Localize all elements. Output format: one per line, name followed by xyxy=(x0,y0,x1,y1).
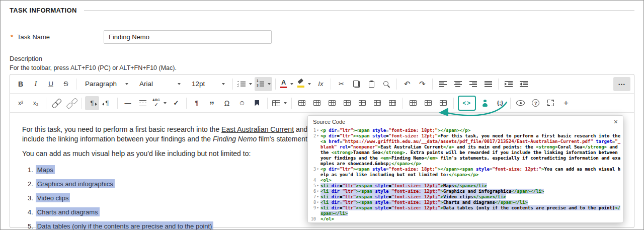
table-icon xyxy=(272,100,280,106)
search-button[interactable] xyxy=(379,77,393,91)
superscript-icon: x² xyxy=(18,100,23,106)
blockquote-button[interactable]: ” xyxy=(205,96,219,110)
align-center-icon xyxy=(454,81,462,87)
chevron-down-icon xyxy=(164,102,167,104)
cut-button[interactable]: ✂ xyxy=(334,77,348,91)
add-content-button[interactable]: + xyxy=(559,96,573,110)
align-left-button[interactable] xyxy=(436,77,450,91)
source-code-line: 1▾<p dir="ltr"><span style="font-size: 1… xyxy=(308,128,621,133)
fold-arrow-icon: ▾ xyxy=(316,167,319,172)
source-code-text: <li dir="ltr"><span style="font-size: 12… xyxy=(319,183,621,189)
emoticon-button[interactable]: ☺ xyxy=(235,96,249,110)
line-number-gutter: 3▾ xyxy=(308,167,319,172)
split-cell-button[interactable] xyxy=(340,96,354,110)
indent-button[interactable] xyxy=(502,77,516,91)
source-code-editor[interactable]: 1▾<p dir="ltr"><span style="font-size: 1… xyxy=(308,126,623,222)
bold-button[interactable]: B xyxy=(14,77,28,91)
checkmark-button[interactable]: ✓ xyxy=(169,96,183,110)
numbered-list-button[interactable] xyxy=(255,77,272,91)
toolbar-separator xyxy=(267,98,268,109)
add-icon: + xyxy=(564,99,569,107)
align-justify-button[interactable] xyxy=(481,77,495,91)
link-icon xyxy=(52,99,60,107)
highlight-color-button[interactable] xyxy=(296,77,312,91)
source-code-text: <ol> xyxy=(319,178,621,183)
task-name-label-text: Task Name xyxy=(17,33,50,41)
list-item-text: Maps xyxy=(36,165,55,174)
source-code-text: <li dir="ltr"><span style="font-size: 12… xyxy=(319,205,621,216)
blockquote-icon: ” xyxy=(209,100,214,107)
task-name-input[interactable] xyxy=(104,30,272,44)
strikethrough-button[interactable]: S xyxy=(59,77,73,91)
insert-row-below-button[interactable] xyxy=(370,96,384,110)
outdent-button[interactable] xyxy=(517,77,531,91)
align-center-button[interactable] xyxy=(451,77,465,91)
page-title: TASK INFORMATION xyxy=(10,7,77,14)
toolbar-separator xyxy=(498,79,499,90)
text-color-button[interactable]: A xyxy=(279,77,295,91)
horizontal-rule-button[interactable]: — xyxy=(121,96,135,110)
copy-icon xyxy=(353,81,360,88)
line-number-gutter: 2▾ xyxy=(308,133,319,139)
cell-properties-button[interactable] xyxy=(310,96,324,110)
align-right-button[interactable] xyxy=(466,77,480,91)
insert-link-button[interactable] xyxy=(49,96,63,110)
rtl-direction-button[interactable]: ¶ xyxy=(100,96,114,110)
ltr-direction-button[interactable]: ¶ xyxy=(85,96,99,110)
bullet-list-button[interactable] xyxy=(236,77,254,91)
strikethrough-icon: S xyxy=(63,81,68,88)
close-icon[interactable]: × xyxy=(614,119,618,124)
subscript-button[interactable]: x₂ xyxy=(29,96,43,110)
insert-column-right-button[interactable] xyxy=(421,96,435,110)
more-toolbar-button[interactable]: … xyxy=(613,77,630,91)
page-break-button[interactable] xyxy=(136,96,150,110)
font-family-select[interactable]: Arial xyxy=(134,77,185,91)
remove-link-button[interactable] xyxy=(64,96,78,110)
undo-icon: ↶ xyxy=(404,80,411,88)
source-code-line: 9▾<li dir="ltr"><span style="font-size: … xyxy=(308,205,621,216)
preview-button[interactable] xyxy=(514,96,528,110)
special-character-button[interactable]: Ω xyxy=(220,96,234,110)
insert-row-above-button[interactable] xyxy=(355,96,369,110)
redo-button[interactable]: ↷ xyxy=(415,77,429,91)
text-segment: include the linking information between … xyxy=(22,135,213,143)
cut-icon: ✂ xyxy=(339,81,344,87)
italic-button[interactable]: I xyxy=(29,77,43,91)
source-code-line: 10</ol> xyxy=(308,216,621,222)
text-segment: and xyxy=(294,125,307,133)
grid-icon xyxy=(359,100,366,106)
toolbar-separator xyxy=(396,79,397,90)
insert-table-button[interactable] xyxy=(271,96,288,110)
toolbar-separator xyxy=(232,79,233,90)
line-number-gutter: 4 xyxy=(308,178,319,183)
bullet-list-icon xyxy=(237,81,246,87)
subscript-icon: x₂ xyxy=(33,100,39,106)
font-size-select[interactable]: 12pt xyxy=(186,77,229,91)
fold-arrow-icon: ▾ xyxy=(316,189,319,194)
help-button[interactable]: ? xyxy=(529,96,543,110)
merge-cells-button[interactable] xyxy=(325,96,339,110)
insert-column-left-button[interactable] xyxy=(406,96,420,110)
annotation-arrow xyxy=(434,99,510,122)
underline-button[interactable]: U xyxy=(44,77,58,91)
chevron-down-icon xyxy=(125,83,128,85)
undo-button[interactable]: ↶ xyxy=(400,77,414,91)
superscript-button[interactable]: x² xyxy=(14,96,28,110)
fold-arrow-icon: ▾ xyxy=(316,200,319,205)
fold-arrow-icon: ▾ xyxy=(316,205,319,211)
text-color-icon: A xyxy=(280,80,287,88)
paste-button[interactable] xyxy=(364,77,378,91)
spellcheck-button[interactable]: ✓ xyxy=(151,96,168,110)
list-item-number: 5. xyxy=(28,222,33,230)
paragraph-format-select[interactable]: Paragraph xyxy=(79,77,133,91)
clear-formatting-button[interactable]: Ix xyxy=(313,77,328,91)
show-invisibles-button[interactable]: ¶ xyxy=(190,96,204,110)
fold-arrow-icon: ▾ xyxy=(316,183,319,189)
delete-table-button[interactable] xyxy=(295,96,309,110)
copy-button[interactable] xyxy=(349,77,363,91)
fullscreen-button[interactable] xyxy=(544,96,558,110)
anchor-button[interactable] xyxy=(250,96,264,110)
fullscreen-icon xyxy=(547,100,554,106)
list-item-number: 4. xyxy=(28,208,33,216)
delete-row-button[interactable] xyxy=(385,96,399,110)
